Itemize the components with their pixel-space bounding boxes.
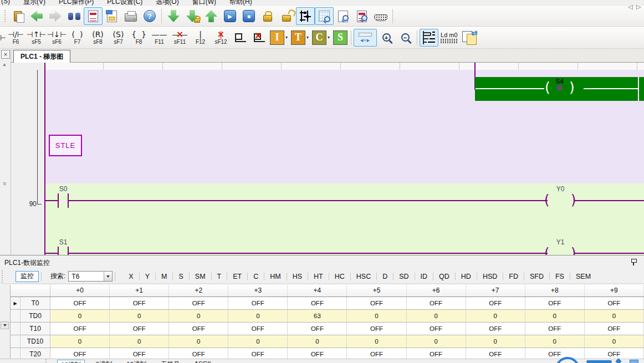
monitor-toggle-button[interactable]: 监控 xyxy=(16,271,39,282)
lock-button[interactable] xyxy=(258,7,277,25)
table-cell[interactable]: OFF xyxy=(110,323,169,335)
table-cell[interactable]: 0 xyxy=(466,335,525,348)
table-cell[interactable]: 0 xyxy=(585,335,644,348)
paste-button[interactable] xyxy=(8,7,27,25)
table-cell[interactable]: OFF xyxy=(288,323,347,335)
convert-button[interactable]: ⇄ xyxy=(462,31,477,44)
diagram-check-button[interactable] xyxy=(352,7,371,25)
ladder-tool-sF5[interactable]: ⊣↑⊢sF5 xyxy=(26,27,47,48)
table-cell[interactable]: OFF xyxy=(466,323,525,335)
table-cell[interactable]: OFF xyxy=(585,297,644,310)
table-cell[interactable]: OFF xyxy=(228,348,288,359)
column-width-button[interactable]: ◂▫▸ xyxy=(354,29,377,47)
download-button[interactable] xyxy=(164,7,183,25)
scroll-down-button[interactable] xyxy=(1,321,9,329)
table-cell[interactable]: OFF xyxy=(347,348,406,359)
unlock-button[interactable] xyxy=(277,7,296,25)
register-tab-qd[interactable]: QD xyxy=(433,273,455,280)
register-tab-c[interactable]: C xyxy=(248,273,264,280)
print-button[interactable] xyxy=(121,7,140,25)
table-cell[interactable]: OFF xyxy=(288,348,347,359)
output-window-button[interactable] xyxy=(103,7,121,25)
s4-reset-coil-active[interactable]: S4 ( ) R xyxy=(475,77,644,101)
table-cell[interactable]: OFF xyxy=(466,348,525,359)
zoom-in-button[interactable]: + xyxy=(377,29,396,47)
zoom-out-button[interactable]: − xyxy=(396,29,415,47)
chevron-down-icon[interactable]: ▾ xyxy=(328,35,330,40)
menu-item[interactable]: 选项(O) xyxy=(156,0,178,3)
table-cell[interactable]: 0 xyxy=(50,335,110,348)
register-tab-fs[interactable]: FS xyxy=(550,273,570,280)
back-button[interactable] xyxy=(27,7,46,25)
table-cell[interactable]: 0 xyxy=(585,310,644,323)
table-cell[interactable]: OFF xyxy=(407,348,466,359)
table-cell[interactable]: 0 xyxy=(347,335,406,348)
table-cell[interactable]: OFF xyxy=(288,297,347,310)
register-tab-m[interactable]: M xyxy=(156,273,172,280)
s0-contact[interactable] xyxy=(58,193,59,208)
table-cell[interactable]: 0 xyxy=(525,335,585,348)
chevron-down-icon[interactable]: ▾ xyxy=(306,35,309,40)
ladder-tool-F8[interactable]: { }F8 xyxy=(129,27,149,48)
register-tab-ht[interactable]: HT xyxy=(308,273,329,280)
table-cell[interactable]: OFF xyxy=(525,323,585,335)
table-cell[interactable]: OFF xyxy=(169,323,228,335)
table-cell[interactable]: OFF xyxy=(466,297,525,310)
table-cell[interactable]: OFF xyxy=(525,297,585,310)
register-tab-fd[interactable]: FD xyxy=(503,273,524,280)
table-cell[interactable]: OFF xyxy=(407,297,466,310)
table-cell[interactable]: 0 xyxy=(50,310,110,323)
close-panel-button[interactable]: × xyxy=(1,50,10,59)
toolbar-grip[interactable] xyxy=(45,359,48,363)
ladder-tool-sF12[interactable]: |×sF12 xyxy=(211,27,231,48)
register-tab-id[interactable]: ID xyxy=(415,273,433,280)
table-cell[interactable]: OFF xyxy=(228,323,288,335)
insert-s-button[interactable]: S xyxy=(333,30,347,45)
table-cell[interactable]: OFF xyxy=(50,348,110,359)
ladder-tool-F6[interactable]: ⊣/⊢F6 xyxy=(6,27,26,48)
table-cell[interactable]: OFF xyxy=(110,297,169,310)
delete-block-button[interactable] xyxy=(250,29,269,47)
plc-stop-button[interactable]: ■ xyxy=(239,7,258,25)
ladder-monitor-button[interactable] xyxy=(296,7,315,25)
table-cell[interactable]: OFF xyxy=(585,348,644,359)
menu-item[interactable]: 显示(V) xyxy=(23,0,45,3)
ladder-tool-sF11[interactable]: ——×sF11 xyxy=(170,27,190,48)
tab-nav-right-icon[interactable]: ▷ xyxy=(636,3,641,11)
upload-button[interactable] xyxy=(202,7,221,25)
table-cell[interactable]: OFF xyxy=(169,297,228,310)
help-button[interactable]: ? xyxy=(140,7,159,25)
find-button[interactable] xyxy=(65,7,84,25)
table-cell[interactable]: OFF xyxy=(347,323,406,335)
register-tab-s[interactable]: S xyxy=(173,273,188,280)
table-cell[interactable]: OFF xyxy=(110,348,169,359)
insert-t-button[interactable]: T▾ xyxy=(291,30,310,45)
table-cell[interactable]: 0 xyxy=(525,310,585,323)
search-combobox[interactable]: T6 xyxy=(68,271,113,282)
insert-i-button[interactable]: I▾ xyxy=(270,30,289,45)
instruction-list-button[interactable]: Ld m0 xyxy=(441,32,458,43)
table-cell[interactable]: OFF xyxy=(169,348,228,359)
scroll-up-icon[interactable]: ▲ xyxy=(2,62,7,67)
base-tab-10进制[interactable]: 10进制 xyxy=(57,360,85,363)
ladder-tool-F7[interactable]: ( )F7 xyxy=(67,27,88,48)
menu-item[interactable]: 窗口(W) xyxy=(192,0,216,3)
s1-contact[interactable] xyxy=(58,247,59,255)
y1-coil[interactable]: ( xyxy=(544,247,549,255)
table-cell[interactable]: 0 xyxy=(407,335,466,348)
com-port-button[interactable] xyxy=(371,7,390,25)
y0-coil[interactable]: ) xyxy=(571,193,576,207)
table-cell[interactable]: 0 xyxy=(169,310,228,323)
table-cell[interactable]: OFF xyxy=(347,297,406,310)
base-tab-2进制[interactable]: 2进制 xyxy=(93,360,115,363)
base-tab-无符号[interactable]: 无符号 xyxy=(157,360,183,363)
insert-c-button[interactable]: C▾ xyxy=(312,30,331,45)
register-tab-t[interactable]: T xyxy=(212,273,227,280)
ladder-tool-sF7[interactable]: (S)sF7 xyxy=(108,27,129,48)
ladder-view-button[interactable] xyxy=(84,7,103,25)
menu-item[interactable]: PLC设置(C) xyxy=(107,0,142,3)
register-tab-hd[interactable]: HD xyxy=(456,273,477,280)
register-tab-sfd[interactable]: SFD xyxy=(524,273,549,280)
register-tab-sm[interactable]: SM xyxy=(190,273,211,280)
ladder-tool-sF8[interactable]: (R)sF8 xyxy=(88,27,108,48)
